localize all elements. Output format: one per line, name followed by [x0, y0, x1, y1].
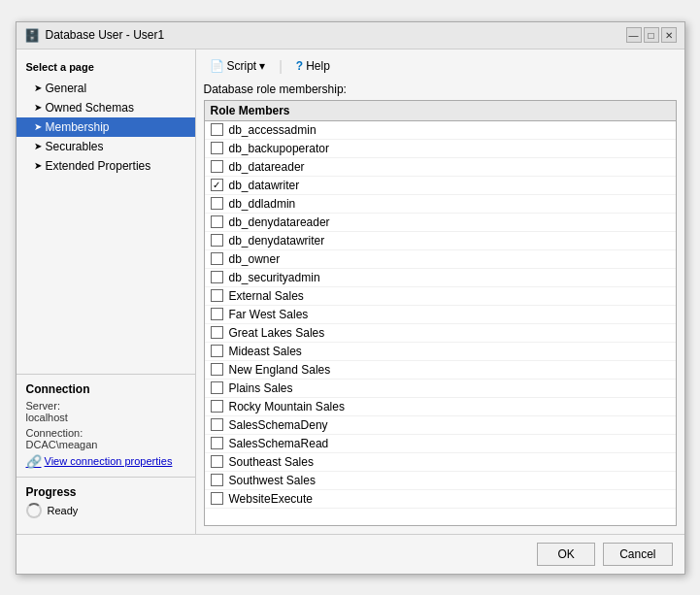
close-button[interactable]: ✕: [661, 27, 677, 43]
role-item-new-england-sales: New England Sales: [205, 361, 676, 380]
progress-section: Progress Ready: [17, 477, 195, 526]
progress-status: Ready: [26, 503, 185, 518]
main-window: 🗄️ Database User - User1 — □ ✕ Select a …: [16, 21, 685, 575]
sidebar-item-owned-schemas[interactable]: ➤ Owned Schemas: [17, 98, 195, 117]
sidebar-item-securables[interactable]: ➤ Securables: [17, 137, 195, 156]
content-area: Database role membership: Role Members d…: [204, 83, 677, 526]
sidebar-item-extended-properties[interactable]: ➤ Extended Properties: [17, 156, 195, 176]
arrow-icon: ➤: [34, 83, 42, 93]
checkbox-db-denydatareader[interactable]: [211, 215, 223, 228]
role-item-db-backupoperator: db_backupoperator: [205, 140, 676, 158]
role-item-db-datawriter: db_datawriter: [205, 177, 676, 195]
checkbox-db-securityadmin[interactable]: [211, 271, 223, 283]
view-connection-link[interactable]: 🔗 View connection properties: [26, 454, 185, 469]
checkbox-southwest-sales[interactable]: [211, 474, 223, 486]
checkbox-salesschema-read[interactable]: [211, 437, 223, 449]
checkbox-southeast-sales[interactable]: [211, 455, 223, 468]
help-icon: ?: [296, 59, 303, 73]
window-icon: 🗄️: [24, 28, 40, 43]
role-item-salesschema-read: SalesSchemaRead: [205, 435, 676, 453]
role-item-db-ddladmin: db_ddladmin: [205, 195, 676, 214]
title-bar-left: 🗄️ Database User - User1: [24, 28, 165, 43]
checkbox-db-owner[interactable]: [211, 252, 223, 265]
link-icon: 🔗: [26, 454, 42, 469]
checkbox-db-denydatawriter[interactable]: [211, 234, 223, 247]
role-item-external-sales: External Sales: [205, 287, 676, 306]
server-value: localhost: [26, 412, 68, 423]
left-panel: Select a page ➤ General ➤ Owned Schemas …: [17, 50, 196, 534]
window-body: Select a page ➤ General ➤ Owned Schemas …: [17, 50, 684, 534]
title-bar: 🗄️ Database User - User1 — □ ✕: [17, 22, 684, 50]
role-item-db-securityadmin: db_securityadmin: [205, 269, 676, 287]
checkbox-mideast-sales[interactable]: [211, 345, 223, 357]
connection-value: DCAC\meagan: [26, 439, 98, 450]
minimize-button[interactable]: —: [626, 27, 642, 43]
arrow-icon: ➤: [34, 160, 42, 171]
server-label: Server: localhost: [26, 400, 185, 423]
script-icon: 📄: [210, 59, 224, 73]
right-panel: 📄 Script ▾ | ? Help Database role member…: [196, 50, 684, 534]
title-bar-controls: — □ ✕: [626, 27, 677, 43]
role-item-website-execute: WebsiteExecute: [205, 490, 676, 509]
checkbox-external-sales[interactable]: [211, 289, 223, 302]
checkbox-website-execute[interactable]: [211, 492, 223, 505]
role-item-db-datareader: db_datareader: [205, 158, 676, 177]
role-item-db-accessadmin: db_accessadmin: [205, 121, 676, 140]
help-button[interactable]: ? Help: [290, 57, 336, 75]
window-title: Database User - User1: [46, 28, 165, 42]
role-item-salesschema-deny: SalesSchemaDeny: [205, 416, 676, 435]
role-item-db-denydatawriter: db_denydatawriter: [205, 232, 676, 250]
role-list[interactable]: Role Members db_accessadmin db_backupope…: [204, 100, 677, 526]
checkbox-rocky-mountain-sales[interactable]: [211, 400, 223, 413]
arrow-icon: ➤: [34, 121, 42, 132]
role-item-southwest-sales: Southwest Sales: [205, 472, 676, 490]
connection-label: Connection: DCAC\meagan: [26, 427, 185, 450]
progress-status-text: Ready: [48, 505, 79, 516]
role-item-mideast-sales: Mideast Sales: [205, 343, 676, 361]
ok-button[interactable]: OK: [537, 543, 595, 566]
checkbox-salesschema-deny[interactable]: [211, 418, 223, 431]
connection-section: Connection Server: localhost Connection:…: [17, 374, 195, 477]
toolbar: 📄 Script ▾ | ? Help: [204, 57, 677, 75]
arrow-icon: ➤: [34, 141, 42, 151]
checkbox-db-datareader[interactable]: [211, 160, 223, 173]
checkbox-db-ddladmin[interactable]: [211, 197, 223, 210]
role-membership-label: Database role membership:: [204, 83, 677, 96]
script-dropdown-icon: ▾: [259, 59, 265, 73]
progress-title: Progress: [26, 485, 185, 499]
role-item-great-lakes-sales: Great Lakes Sales: [205, 324, 676, 343]
sidebar-item-general[interactable]: ➤ General: [17, 79, 195, 98]
maximize-button[interactable]: □: [644, 27, 659, 43]
role-item-plains-sales: Plains Sales: [205, 380, 676, 398]
role-item-rocky-mountain-sales: Rocky Mountain Sales: [205, 398, 676, 416]
role-list-header: Role Members: [205, 101, 676, 121]
select-page-label: Select a page: [17, 57, 195, 79]
role-item-southeast-sales: Southeast Sales: [205, 453, 676, 472]
checkbox-great-lakes-sales[interactable]: [211, 326, 223, 339]
script-button[interactable]: 📄 Script ▾: [204, 57, 272, 75]
role-item-db-owner: db_owner: [205, 250, 676, 269]
checkbox-db-accessadmin[interactable]: [211, 123, 223, 136]
role-item-db-denydatareader: db_denydatareader: [205, 214, 676, 232]
checkbox-plains-sales[interactable]: [211, 381, 223, 394]
checkbox-new-england-sales[interactable]: [211, 363, 223, 376]
checkbox-far-west-sales[interactable]: [211, 308, 223, 320]
bottom-bar: OK Cancel: [17, 534, 684, 574]
role-item-far-west-sales: Far West Sales: [205, 306, 676, 324]
cancel-button[interactable]: Cancel: [603, 543, 672, 566]
checkbox-db-datawriter[interactable]: [211, 179, 223, 191]
sidebar-item-membership[interactable]: ➤ Membership: [17, 117, 195, 137]
arrow-icon: ➤: [34, 102, 42, 113]
connection-title: Connection: [26, 382, 185, 396]
toolbar-separator: |: [279, 58, 283, 74]
checkbox-db-backupoperator[interactable]: [211, 142, 223, 154]
spinner-icon: [26, 503, 42, 518]
